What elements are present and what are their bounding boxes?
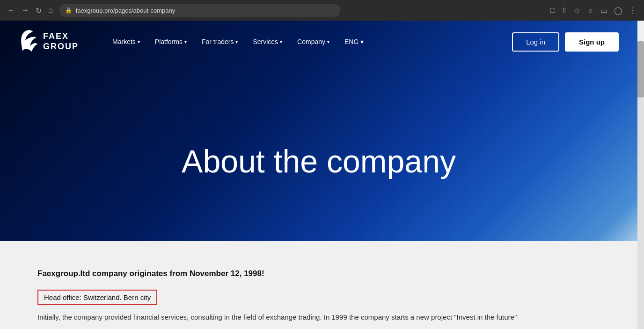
nav-platforms[interactable]: Platforms ▾ [149, 34, 192, 49]
chevron-down-icon: ▾ [360, 38, 364, 45]
content-section: Faexgroup.ltd company originates from No… [0, 241, 637, 329]
browser-chrome: ← → ↻ ⌂ 🔒 faexgroup.pro/pages/about-comp… [0, 0, 644, 21]
nav-markets-label: Markets [112, 38, 136, 45]
chevron-down-icon: ▾ [235, 39, 238, 45]
nav-buttons: Log in Sign up [512, 32, 619, 52]
navbar: FAEX GROUP Markets ▾ Platforms ▾ For tra… [0, 21, 637, 63]
head-office-box: Head office: Switzerland. Bern city [37, 290, 157, 305]
screenshot-icon[interactable]: □ [549, 4, 557, 16]
lang-selector[interactable]: ENG ▾ [339, 34, 369, 49]
logo-line1: FAEX [43, 31, 79, 42]
scrollbar-thumb[interactable] [637, 41, 644, 97]
nav-for-traders[interactable]: For traders ▾ [196, 34, 243, 49]
address-bar[interactable]: 🔒 faexgroup.pro/pages/about-company [59, 4, 340, 17]
chevron-down-icon: ▾ [184, 39, 187, 45]
logo-text: FAEX GROUP [43, 31, 79, 52]
forward-button[interactable]: → [20, 4, 31, 16]
logo-icon [19, 28, 38, 55]
back-button[interactable]: ← [6, 4, 17, 16]
split-view-icon[interactable]: ▭ [599, 4, 609, 17]
chevron-down-icon: ▾ [280, 39, 282, 45]
scrollbar[interactable] [637, 41, 644, 329]
head-office-text: Head office: Switzerland. Bern city [44, 293, 151, 301]
logo-line2: GROUP [43, 42, 79, 52]
chevron-down-icon: ▾ [138, 39, 140, 45]
nav-links: Markets ▾ Platforms ▾ For traders ▾ Serv… [107, 34, 512, 49]
lock-icon: 🔒 [65, 7, 72, 14]
share-icon[interactable]: ⇧ [559, 4, 569, 17]
company-founding: Faexgroup.ltd company originates from No… [37, 269, 600, 278]
nav-services-label: Services [253, 38, 278, 45]
profile-icon[interactable]: ◯ [612, 4, 624, 17]
bookmark-icon[interactable]: ☆ [572, 4, 582, 17]
refresh-button[interactable]: ↻ [34, 4, 44, 17]
lang-label: ENG [344, 38, 359, 45]
nav-for-traders-label: For traders [202, 38, 234, 45]
nav-company[interactable]: Company ▾ [292, 34, 335, 49]
page-wrapper: FAEX GROUP Markets ▾ Platforms ▾ For tra… [0, 21, 637, 329]
menu-icon[interactable]: ⋮ [627, 4, 638, 17]
nav-platforms-label: Platforms [155, 38, 183, 45]
browser-nav-buttons: ← → ↻ ⌂ [6, 4, 55, 17]
nav-services[interactable]: Services ▾ [247, 34, 288, 49]
login-button[interactable]: Log in [512, 32, 559, 52]
nav-company-label: Company [297, 38, 325, 45]
signup-button[interactable]: Sign up [565, 32, 619, 52]
chevron-down-icon: ▾ [327, 39, 329, 45]
home-button[interactable]: ⌂ [46, 4, 55, 16]
hero-section: FAEX GROUP Markets ▾ Platforms ▾ For tra… [0, 21, 637, 241]
browser-actions: □ ⇧ ☆ ☼ ▭ ◯ ⋮ [549, 4, 638, 17]
hero-title-wrapper: About the company [0, 63, 637, 241]
extensions-icon[interactable]: ☼ [585, 4, 596, 16]
company-description: Initially, the company provided financia… [37, 312, 552, 323]
url-text: faexgroup.pro/pages/about-company [76, 7, 175, 14]
logo[interactable]: FAEX GROUP [19, 28, 79, 55]
nav-markets[interactable]: Markets ▾ [107, 34, 146, 49]
page-title: About the company [182, 143, 456, 179]
